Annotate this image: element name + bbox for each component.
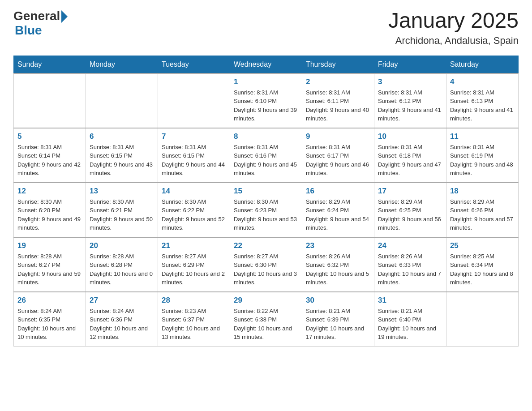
calendar-day-header: Friday <box>374 56 446 73</box>
week-row: 12Sunrise: 8:30 AM Sunset: 6:20 PM Dayli… <box>14 183 519 237</box>
title-section: January 2025 Archidona, Andalusia, Spain <box>388 9 519 47</box>
calendar-cell: 4Sunrise: 8:31 AM Sunset: 6:13 PM Daylig… <box>446 73 518 128</box>
day-number: 19 <box>17 241 82 250</box>
calendar-cell: 27Sunrise: 8:24 AM Sunset: 6:36 PM Dayli… <box>86 292 158 347</box>
day-number: 8 <box>234 132 298 141</box>
calendar-cell: 7Sunrise: 8:31 AM Sunset: 6:15 PM Daylig… <box>158 128 230 183</box>
day-number: 20 <box>90 241 154 250</box>
logo-blue: Blue <box>15 23 68 38</box>
day-info: Sunrise: 8:27 AM Sunset: 6:29 PM Dayligh… <box>162 252 226 287</box>
week-row: 1Sunrise: 8:31 AM Sunset: 6:10 PM Daylig… <box>14 73 519 128</box>
day-number: 24 <box>378 241 442 250</box>
day-info: Sunrise: 8:22 AM Sunset: 6:38 PM Dayligh… <box>234 307 298 342</box>
day-number: 6 <box>90 132 154 141</box>
logo-arrow-icon <box>61 10 68 23</box>
calendar-cell: 25Sunrise: 8:25 AM Sunset: 6:34 PM Dayli… <box>446 237 518 292</box>
calendar-cell: 5Sunrise: 8:31 AM Sunset: 6:14 PM Daylig… <box>14 128 86 183</box>
week-row: 5Sunrise: 8:31 AM Sunset: 6:14 PM Daylig… <box>14 128 519 183</box>
location-title: Archidona, Andalusia, Spain <box>388 35 519 47</box>
calendar-cell: 30Sunrise: 8:21 AM Sunset: 6:39 PM Dayli… <box>302 292 374 347</box>
calendar-cell: 31Sunrise: 8:21 AM Sunset: 6:40 PM Dayli… <box>374 292 446 347</box>
day-info: Sunrise: 8:29 AM Sunset: 6:25 PM Dayligh… <box>378 197 442 232</box>
calendar-cell: 9Sunrise: 8:31 AM Sunset: 6:17 PM Daylig… <box>302 128 374 183</box>
calendar-cell: 3Sunrise: 8:31 AM Sunset: 6:12 PM Daylig… <box>374 73 446 128</box>
day-number: 5 <box>17 132 82 141</box>
day-info: Sunrise: 8:31 AM Sunset: 6:11 PM Dayligh… <box>306 88 370 123</box>
day-number: 7 <box>162 132 226 141</box>
calendar-cell: 28Sunrise: 8:23 AM Sunset: 6:37 PM Dayli… <box>158 292 230 347</box>
calendar-cell: 21Sunrise: 8:27 AM Sunset: 6:29 PM Dayli… <box>158 237 230 292</box>
calendar-day-header: Tuesday <box>158 56 230 73</box>
day-number: 27 <box>90 296 154 305</box>
day-info: Sunrise: 8:28 AM Sunset: 6:27 PM Dayligh… <box>17 252 82 287</box>
page-header: General Blue January 2025 Archidona, And… <box>13 9 519 47</box>
day-info: Sunrise: 8:28 AM Sunset: 6:28 PM Dayligh… <box>90 252 154 287</box>
day-info: Sunrise: 8:30 AM Sunset: 6:20 PM Dayligh… <box>17 197 82 232</box>
calendar-cell: 19Sunrise: 8:28 AM Sunset: 6:27 PM Dayli… <box>14 237 86 292</box>
day-info: Sunrise: 8:31 AM Sunset: 6:10 PM Dayligh… <box>234 88 298 123</box>
calendar-cell: 20Sunrise: 8:28 AM Sunset: 6:28 PM Dayli… <box>86 237 158 292</box>
calendar-header-row: SundayMondayTuesdayWednesdayThursdayFrid… <box>14 56 519 73</box>
calendar-cell <box>446 292 518 347</box>
day-info: Sunrise: 8:30 AM Sunset: 6:22 PM Dayligh… <box>162 197 226 232</box>
calendar-day-header: Sunday <box>14 56 86 73</box>
calendar-cell: 10Sunrise: 8:31 AM Sunset: 6:18 PM Dayli… <box>374 128 446 183</box>
day-info: Sunrise: 8:21 AM Sunset: 6:39 PM Dayligh… <box>306 307 370 342</box>
day-number: 3 <box>378 77 442 86</box>
day-info: Sunrise: 8:31 AM Sunset: 6:15 PM Dayligh… <box>90 143 154 178</box>
calendar-cell: 15Sunrise: 8:30 AM Sunset: 6:23 PM Dayli… <box>230 183 302 237</box>
day-number: 21 <box>162 241 226 250</box>
day-info: Sunrise: 8:30 AM Sunset: 6:21 PM Dayligh… <box>90 197 154 232</box>
month-title: January 2025 <box>388 9 519 33</box>
day-info: Sunrise: 8:29 AM Sunset: 6:24 PM Dayligh… <box>306 197 370 232</box>
day-number: 2 <box>306 77 370 86</box>
day-info: Sunrise: 8:23 AM Sunset: 6:37 PM Dayligh… <box>162 307 226 342</box>
calendar-cell <box>86 73 158 128</box>
day-info: Sunrise: 8:31 AM Sunset: 6:17 PM Dayligh… <box>306 143 370 178</box>
day-info: Sunrise: 8:31 AM Sunset: 6:16 PM Dayligh… <box>234 143 298 178</box>
day-number: 31 <box>378 296 442 305</box>
day-info: Sunrise: 8:30 AM Sunset: 6:23 PM Dayligh… <box>234 197 298 232</box>
calendar-cell: 24Sunrise: 8:26 AM Sunset: 6:33 PM Dayli… <box>374 237 446 292</box>
calendar-cell: 12Sunrise: 8:30 AM Sunset: 6:20 PM Dayli… <box>14 183 86 237</box>
day-number: 18 <box>450 187 515 196</box>
calendar-cell: 26Sunrise: 8:24 AM Sunset: 6:35 PM Dayli… <box>14 292 86 347</box>
week-row: 19Sunrise: 8:28 AM Sunset: 6:27 PM Dayli… <box>14 237 519 292</box>
day-number: 12 <box>17 187 82 196</box>
day-info: Sunrise: 8:31 AM Sunset: 6:12 PM Dayligh… <box>378 88 442 123</box>
calendar-cell: 22Sunrise: 8:27 AM Sunset: 6:30 PM Dayli… <box>230 237 302 292</box>
day-number: 13 <box>90 187 154 196</box>
day-number: 1 <box>234 77 298 86</box>
day-info: Sunrise: 8:31 AM Sunset: 6:18 PM Dayligh… <box>378 143 442 178</box>
calendar-cell <box>158 73 230 128</box>
calendar-day-header: Saturday <box>446 56 518 73</box>
day-number: 10 <box>378 132 442 141</box>
day-number: 25 <box>450 241 515 250</box>
day-number: 22 <box>234 241 298 250</box>
day-number: 26 <box>17 296 82 305</box>
calendar-day-header: Wednesday <box>230 56 302 73</box>
day-number: 16 <box>306 187 370 196</box>
calendar-day-header: Thursday <box>302 56 374 73</box>
calendar-cell: 18Sunrise: 8:29 AM Sunset: 6:26 PM Dayli… <box>446 183 518 237</box>
day-info: Sunrise: 8:26 AM Sunset: 6:33 PM Dayligh… <box>378 252 442 287</box>
calendar-cell: 14Sunrise: 8:30 AM Sunset: 6:22 PM Dayli… <box>158 183 230 237</box>
day-info: Sunrise: 8:24 AM Sunset: 6:36 PM Dayligh… <box>90 307 154 342</box>
calendar-cell: 16Sunrise: 8:29 AM Sunset: 6:24 PM Dayli… <box>302 183 374 237</box>
calendar-day-header: Monday <box>86 56 158 73</box>
calendar-cell: 29Sunrise: 8:22 AM Sunset: 6:38 PM Dayli… <box>230 292 302 347</box>
calendar-table: SundayMondayTuesdayWednesdayThursdayFrid… <box>13 56 519 347</box>
day-info: Sunrise: 8:29 AM Sunset: 6:26 PM Dayligh… <box>450 197 515 232</box>
logo: General Blue <box>13 9 68 38</box>
day-info: Sunrise: 8:31 AM Sunset: 6:19 PM Dayligh… <box>450 143 515 178</box>
day-number: 4 <box>450 77 515 86</box>
day-info: Sunrise: 8:24 AM Sunset: 6:35 PM Dayligh… <box>17 307 82 342</box>
day-info: Sunrise: 8:31 AM Sunset: 6:13 PM Dayligh… <box>450 88 515 123</box>
calendar-cell: 6Sunrise: 8:31 AM Sunset: 6:15 PM Daylig… <box>86 128 158 183</box>
day-number: 23 <box>306 241 370 250</box>
calendar-cell: 1Sunrise: 8:31 AM Sunset: 6:10 PM Daylig… <box>230 73 302 128</box>
day-info: Sunrise: 8:27 AM Sunset: 6:30 PM Dayligh… <box>234 252 298 287</box>
logo-general: General <box>13 9 60 23</box>
day-info: Sunrise: 8:31 AM Sunset: 6:14 PM Dayligh… <box>17 143 82 178</box>
day-info: Sunrise: 8:26 AM Sunset: 6:32 PM Dayligh… <box>306 252 370 287</box>
